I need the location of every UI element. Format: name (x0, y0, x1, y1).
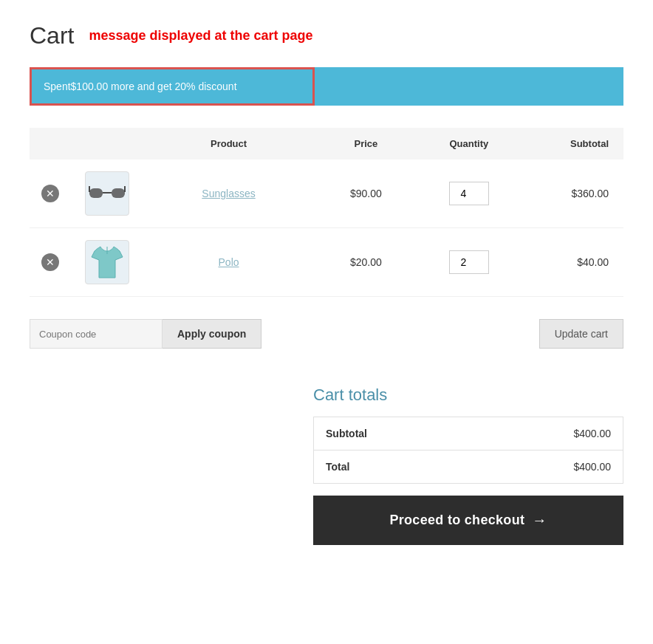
product-link-sunglasses[interactable]: Sunglasses (202, 188, 255, 199)
quantity-input-sunglasses[interactable] (449, 182, 489, 205)
col-header-remove (30, 128, 71, 160)
cart-page-message: message displayed at the cart page (89, 28, 312, 44)
product-quantity-cell (417, 160, 520, 228)
product-name-cell: Sunglasses (143, 160, 314, 228)
cart-totals-section: Cart totals Subtotal $400.00 Total $400.… (30, 386, 623, 545)
col-header-price: Price (315, 128, 417, 160)
product-image-sunglasses (85, 171, 129, 216)
cart-table: Product Price Quantity Subtotal ✕ Sungla… (30, 128, 623, 297)
coupon-input[interactable] (30, 319, 163, 349)
cart-totals-title: Cart totals (313, 386, 623, 405)
svg-rect-0 (89, 188, 103, 198)
col-header-subtotal: Subtotal (521, 128, 623, 160)
product-quantity-cell (417, 228, 520, 297)
page-title: Cart (30, 22, 74, 49)
product-price-cell: $90.00 (315, 160, 417, 228)
product-image-cell (71, 160, 143, 228)
checkout-arrow-icon: → (532, 512, 547, 529)
remove-button-polo[interactable]: ✕ (41, 253, 59, 271)
total-value: $400.00 (473, 451, 623, 484)
col-header-quantity: Quantity (417, 128, 520, 160)
quantity-input-polo[interactable] (449, 250, 489, 274)
remove-cell: ✕ (30, 228, 71, 297)
table-row: ✕ Sunglasses$90.00$360.00 (30, 160, 623, 228)
cart-totals-table: Subtotal $400.00 Total $400.00 (313, 417, 623, 484)
progress-bar-fill: Spent$100.00 more and get 20% discount (30, 67, 315, 106)
product-image-cell (71, 228, 143, 297)
product-image-polo (85, 240, 129, 284)
col-header-product: Product (143, 128, 314, 160)
subtotal-label: Subtotal (314, 417, 473, 451)
subtotal-value: $400.00 (473, 417, 623, 451)
progress-bar-container: Spent$100.00 more and get 20% discount (30, 67, 623, 106)
total-row: Total $400.00 (314, 451, 623, 484)
coupon-row: Apply coupon Update cart (30, 312, 623, 356)
update-cart-button[interactable]: Update cart (539, 319, 623, 349)
checkout-label: Proceed to checkout (389, 513, 524, 528)
subtotal-row: Subtotal $400.00 (314, 417, 623, 451)
product-link-polo[interactable]: Polo (219, 256, 239, 268)
table-header-row: Product Price Quantity Subtotal (30, 128, 623, 160)
apply-coupon-button[interactable]: Apply coupon (163, 319, 261, 349)
remove-cell: ✕ (30, 160, 71, 228)
product-price-cell: $20.00 (315, 228, 417, 297)
progress-bar-text: Spent$100.00 more and get 20% discount (44, 80, 237, 92)
product-subtotal-cell: $40.00 (521, 228, 623, 297)
coupon-left: Apply coupon (30, 319, 261, 349)
page-header: Cart message displayed at the cart page (30, 22, 623, 49)
product-name-cell: Polo (143, 228, 314, 297)
checkout-button[interactable]: Proceed to checkout → (313, 496, 623, 545)
cart-totals-inner: Cart totals Subtotal $400.00 Total $400.… (313, 386, 623, 545)
col-header-image (71, 128, 143, 160)
remove-button-sunglasses[interactable]: ✕ (41, 185, 59, 202)
svg-rect-1 (112, 188, 125, 198)
total-label: Total (314, 451, 473, 484)
product-subtotal-cell: $360.00 (521, 160, 623, 228)
table-row: ✕ Polo$20.00$40.00 (30, 228, 623, 297)
